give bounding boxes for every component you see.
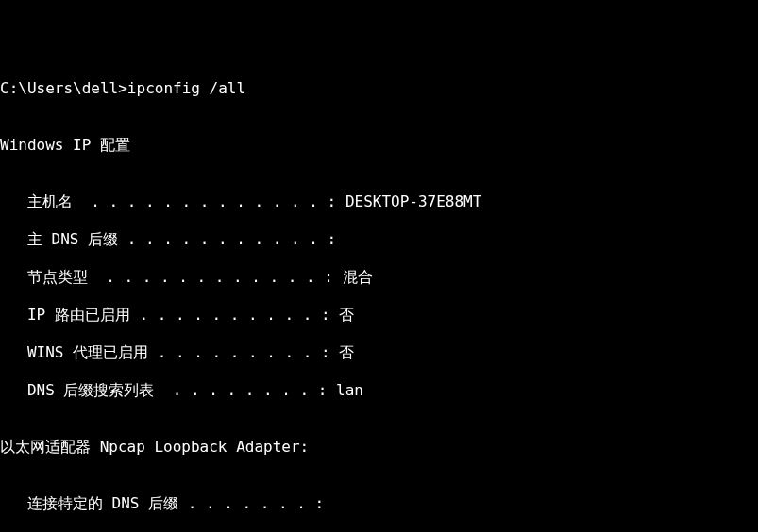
dns-suffix-list-label: DNS 后缀搜索列表 . . . . . . . . : (0, 381, 336, 399)
hostname-value: DESKTOP-37E88MT (345, 192, 482, 210)
wins-proxy-label: WINS 代理已启用 . . . . . . . . . : (0, 343, 339, 361)
node-type-row: 节点类型 . . . . . . . . . . . . : 混合 (0, 268, 758, 287)
dns-suffix-list-value: lan (336, 381, 363, 399)
hostname-row: 主机名 . . . . . . . . . . . . . : DESKTOP-… (0, 192, 758, 211)
hostname-label: 主机名 . . . . . . . . . . . . . : (0, 192, 345, 210)
command-prompt-line: C:\Users\dell>ipconfig /all (0, 79, 758, 98)
ip-routing-label: IP 路由已启用 . . . . . . . . . . : (0, 306, 339, 324)
node-type-value: 混合 (343, 268, 373, 286)
dns-suffix-list-row: DNS 后缀搜索列表 . . . . . . . . : lan (0, 381, 758, 400)
wins-proxy-value: 否 (339, 343, 354, 361)
node-type-label: 节点类型 . . . . . . . . . . . . : (0, 268, 343, 286)
primary-dns-suffix-row: 主 DNS 后缀 . . . . . . . . . . . : (0, 230, 758, 249)
wins-proxy-row: WINS 代理已启用 . . . . . . . . . : 否 (0, 343, 758, 362)
ip-config-header: Windows IP 配置 (0, 136, 758, 155)
adapter-header: 以太网适配器 Npcap Loopback Adapter: (0, 438, 758, 457)
connection-dns-suffix-row: 连接特定的 DNS 后缀 . . . . . . . : (0, 494, 758, 513)
ip-routing-row: IP 路由已启用 . . . . . . . . . . : 否 (0, 306, 758, 324)
ip-routing-value: 否 (339, 306, 354, 324)
